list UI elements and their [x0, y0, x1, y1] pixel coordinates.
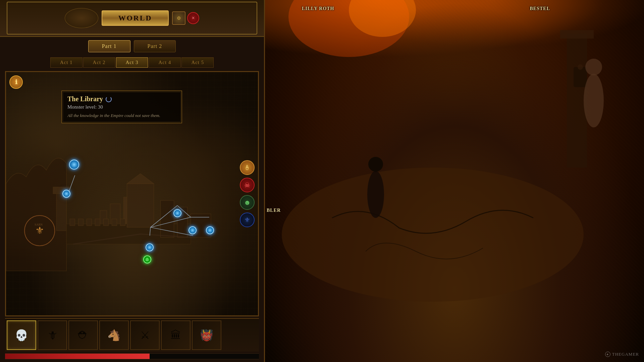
panel-header: World ⚙ × [0, 0, 264, 37]
item-slot-6-icon: 🏛 [166, 325, 186, 345]
item-slot-5[interactable]: ⚔ [130, 320, 160, 350]
act-tab-5[interactable]: Act 5 [181, 57, 214, 68]
item-slot-4-icon: 🐴 [104, 325, 124, 345]
part-tabs-container: Part 1 Part 2 [0, 37, 264, 56]
act-tab-1[interactable]: Act 1 [50, 57, 83, 68]
item-slot-7[interactable]: 👹 [192, 320, 221, 350]
item-slot-2[interactable]: 🗡 [38, 320, 67, 350]
map-container[interactable]: ⚜ SARN ℹ The Library [5, 71, 259, 316]
item-slot-7-icon: 👹 [197, 325, 217, 345]
svg-rect-31 [560, 30, 594, 39]
partial-npc-label: bler [267, 208, 281, 213]
watermark-icon: ✦ [605, 352, 610, 357]
game-viewport: Lilly Roth Bestel bler ✦ TheGamer [265, 0, 644, 362]
game-background: Lilly Roth Bestel bler ✦ TheGamer [265, 0, 644, 362]
refresh-icon[interactable] [106, 96, 112, 102]
svg-point-36 [584, 74, 604, 127]
map-node-6[interactable] [146, 243, 154, 251]
xp-bar-container [5, 353, 259, 359]
tooltip-monster-level: Monster level: 30 [67, 104, 176, 110]
panel-title: World [118, 14, 152, 22]
svg-point-34 [367, 171, 384, 218]
item-slot-2-icon: 🗡 [42, 325, 62, 345]
xp-bar-fill [5, 354, 150, 359]
part-tab-1[interactable]: Part 1 [88, 40, 130, 52]
item-slot-1-icon: 💀 [11, 325, 32, 345]
face-button[interactable]: ☻ [240, 195, 255, 210]
tooltip-title-container: The Library [67, 95, 176, 103]
location-tooltip: The Library Monster level: 30 All the kn… [61, 90, 182, 123]
svg-point-35 [368, 157, 383, 172]
panel-title-box: World [102, 10, 169, 26]
map-side-buttons: 🕯 ☠ ☻ ⚜ [240, 160, 255, 227]
map-node-home[interactable] [143, 255, 151, 263]
part-tab-2[interactable]: Part 2 [134, 40, 176, 52]
game-scene-svg [265, 0, 644, 362]
info-button[interactable]: ℹ [9, 75, 23, 89]
item-slot-1[interactable]: 💀 [7, 320, 36, 350]
item-slot-3[interactable]: ⛑ [68, 320, 98, 350]
item-slot-5-icon: ⚔ [135, 325, 155, 345]
map-node-5[interactable] [206, 226, 214, 234]
map-node-1[interactable] [69, 160, 79, 170]
candle-button[interactable]: 🕯 [240, 160, 255, 175]
map-node-2[interactable] [62, 190, 70, 198]
svg-point-29 [282, 168, 584, 302]
map-node-4[interactable] [189, 226, 197, 234]
fleur-button[interactable]: ⚜ [240, 213, 255, 227]
map-node-3[interactable] [173, 209, 181, 217]
act-tab-2[interactable]: Act 2 [83, 57, 115, 68]
svg-point-37 [585, 59, 602, 75]
map-background: ⚜ SARN ℹ The Library [6, 72, 258, 315]
watermark: ✦ TheGamer [605, 352, 639, 357]
item-bar: 💀 🗡 ⛑ 🐴 ⚔ 🏛 👹 [5, 318, 259, 352]
item-slot-3-icon: ⛑ [73, 325, 93, 345]
tooltip-description: All the knowledge in the Empire could no… [67, 113, 176, 119]
header-decor-left [65, 8, 98, 28]
skull-button[interactable]: ☠ [240, 178, 255, 192]
svg-rect-32 [574, 67, 587, 87]
item-slot-6[interactable]: 🏛 [161, 320, 191, 350]
act-tab-3[interactable]: Act 3 [116, 57, 148, 68]
tooltip-location-name: The Library [67, 95, 103, 103]
world-map-panel: World ⚙ × Part 1 Part 2 Act 1 Act 2 Act … [0, 0, 265, 362]
svg-point-33 [578, 64, 583, 70]
close-button[interactable]: × [187, 12, 199, 24]
npc-label-bestel: Bestel [530, 6, 550, 11]
npc-label-lilly-roth: Lilly Roth [302, 6, 334, 11]
act-tab-4[interactable]: Act 4 [149, 57, 181, 68]
settings-icon[interactable]: ⚙ [172, 11, 185, 25]
act-tabs-container: Act 1 Act 2 Act 3 Act 4 Act 5 [0, 56, 264, 69]
watermark-text: TheGamer [612, 352, 639, 357]
item-slot-4[interactable]: 🐴 [99, 320, 129, 350]
